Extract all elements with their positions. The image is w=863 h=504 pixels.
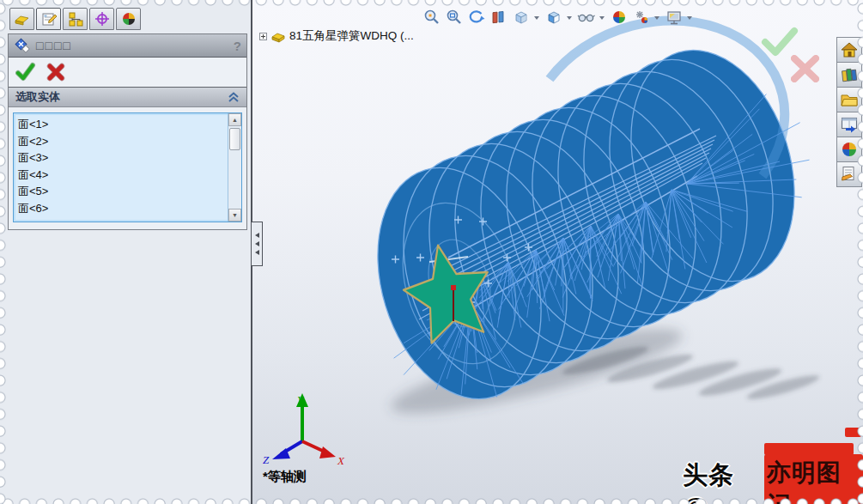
pm-help-button[interactable]: ? [234,39,241,53]
tab-feature-manager[interactable] [9,8,34,30]
part-icon [270,29,286,43]
list-item[interactable]: 面<4> [18,167,228,184]
scroll-track[interactable] [228,152,241,209]
scroll-thumb[interactable] [229,128,240,150]
display-style-dropdown[interactable] [567,16,572,20]
display-style-icon[interactable] [544,8,562,26]
list-item[interactable]: 面<5> [18,183,228,200]
watermark: 头条 @ 亦明图记 [683,454,863,504]
screenshot: Y Z X [0,0,863,504]
selection-list-wrap: 面<1> 面<2> 面<3> 面<4> 面<5> 面<6> ▲ ▼ [9,107,246,229]
collapse-left-icon [255,233,259,238]
pm-title-bar: □□□□ ? [9,34,246,58]
property-manager-box: □□□□ ? 选取实体 [8,33,247,230]
section-view-icon[interactable] [489,8,507,26]
tab-display-manager[interactable] [116,8,141,30]
tree-root-label[interactable]: 81五角星弹簧WDHQ (... [289,28,414,44]
panel-splitter-tab[interactable] [252,222,263,266]
ok-button[interactable] [15,62,36,82]
delete-face-icon [14,37,31,54]
rotate-view-icon[interactable] [467,8,485,26]
apply-scene-icon[interactable] [610,8,628,26]
tab-dimxpert-manager[interactable] [89,8,114,30]
stamp-fragment [764,443,854,455]
view-orientation-label: *等轴测 [263,469,307,485]
tree-expand-icon[interactable] [259,33,267,40]
graphics-viewport[interactable] [252,0,863,504]
zoom-to-area-icon[interactable] [445,8,463,26]
edit-appearance-icon[interactable] [632,8,650,26]
list-scrollbar[interactable]: ▲ ▼ [228,113,241,222]
watermark-prefix: 头条 @ [683,458,763,504]
list-item[interactable]: 面<3> [18,149,228,167]
collapse-chevron-icon[interactable] [228,91,240,103]
solidworks-resources-tab[interactable] [836,37,862,63]
property-manager-panel: □□□□ ? 选取实体 [0,0,252,504]
tab-property-manager[interactable] [36,8,61,30]
design-library-tab[interactable] [836,62,862,88]
view-orientation-dropdown[interactable] [534,16,539,20]
feature-tree-flyout: 81五角星弹簧WDHQ (... [259,28,414,44]
collapse-left-icon [255,250,259,255]
stamp-fragment [845,428,861,437]
edit-appearance-dropdown[interactable] [654,16,659,20]
file-explorer-tab[interactable] [836,87,862,112]
group-header-selected-entities[interactable]: 选取实体 [9,88,246,107]
zoom-to-fit-icon[interactable] [422,8,441,26]
pm-tabbar [9,8,247,30]
watermark-stamp: 亦明图记 [764,454,863,504]
scroll-up-button[interactable]: ▲ [228,113,241,126]
heads-up-toolbar [422,8,693,26]
list-item[interactable]: 面<6> [18,200,228,217]
scroll-down-button[interactable]: ▼ [228,209,241,222]
screen-options-icon[interactable] [665,8,683,26]
list-item[interactable]: 面<2> [18,133,228,150]
collapse-left-icon [255,241,259,246]
cancel-button[interactable] [46,63,65,82]
view-orientation-icon[interactable] [512,8,530,26]
pm-title: □□□□ [36,39,234,52]
hide-show-items-dropdown[interactable] [599,16,605,20]
group-header-label: 选取实体 [15,89,228,105]
hide-show-items-icon[interactable] [577,8,595,26]
selection-listbox[interactable]: 面<1> 面<2> 面<3> 面<4> 面<5> 面<6> ▲ ▼ [13,112,242,222]
pm-ok-cancel-row [9,58,246,88]
custom-properties-tab[interactable] [836,161,862,187]
tab-configuration-manager[interactable] [63,8,88,30]
view-palette-tab[interactable] [836,112,862,137]
list-item[interactable]: 面<1> [18,116,228,133]
screen-options-dropdown[interactable] [687,16,692,20]
appearances-scenes-tab[interactable] [836,137,862,162]
task-pane [836,38,862,187]
